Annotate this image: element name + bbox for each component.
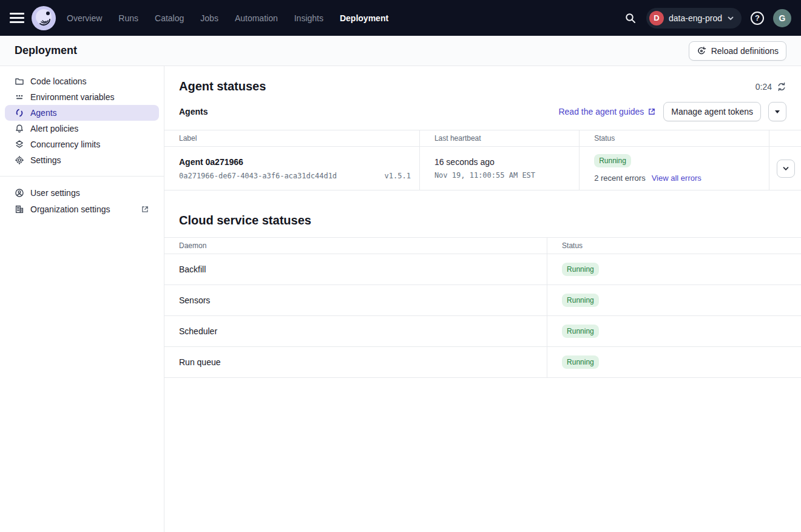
status-badge: Running (562, 355, 599, 369)
sidebar-item-organization-settings[interactable]: Organization settings (0, 201, 164, 217)
sidebar-item-alert-policies[interactable]: Alert policies (0, 121, 164, 136)
nav-insights[interactable]: Insights (294, 13, 323, 23)
status-badge: Running (562, 325, 599, 338)
folder-icon (15, 76, 24, 86)
heartbeat-relative: 16 seconds ago (434, 157, 579, 167)
agent-guides-link[interactable]: Read the agent guides (558, 107, 656, 116)
external-link-icon (647, 107, 656, 116)
manage-agent-tokens-button[interactable]: Manage agent tokens (663, 102, 761, 121)
workspace-switcher[interactable]: D data-eng-prod (646, 8, 742, 29)
sidebar-item-agents[interactable]: Agents (5, 105, 159, 121)
menu-icon[interactable] (10, 10, 27, 27)
agent-row: Agent 0a271966 0a271966-de67-4043-a3f6-a… (164, 147, 801, 190)
workspace-name: data-eng-prod (669, 13, 722, 23)
nav-catalog[interactable]: Catalog (155, 13, 184, 23)
top-navbar: Overview Runs Catalog Jobs Automation In… (0, 0, 801, 36)
cloud-service-table: Daemon Status Backfill Running Sensors R… (164, 237, 801, 378)
reload-icon (697, 46, 706, 56)
caret-down-icon (775, 110, 780, 113)
reload-definitions-button[interactable]: Reload definitions (689, 41, 786, 61)
layers-icon (15, 140, 24, 149)
nav-deployment[interactable]: Deployment (340, 13, 388, 23)
heartbeat-timestamp: Nov 19, 11:00:55 AM EST (434, 171, 579, 180)
agents-more-actions-button[interactable] (768, 102, 786, 121)
daemon-name: Backfill (164, 254, 547, 285)
chevron-down-icon (782, 164, 790, 173)
errors-summary: 2 recent errors (594, 173, 646, 183)
variables-icon (15, 92, 24, 102)
sidebar-item-concurrency-limits[interactable]: Concurrency limits (0, 136, 164, 152)
daemon-name: Sensors (164, 285, 547, 316)
nav-automation[interactable]: Automation (235, 13, 278, 23)
agents-table: Label Last heartbeat Status Agent 0a2719… (164, 130, 801, 190)
bell-icon (15, 124, 24, 133)
status-badge: Running (562, 263, 599, 276)
sidebar-divider (0, 176, 164, 177)
table-row: Scheduler Running (164, 316, 801, 347)
table-row: Sensors Running (164, 285, 801, 316)
col-header-status: Status (547, 238, 801, 254)
agent-version: v1.5.1 (385, 172, 411, 180)
deployment-sidebar: Code locations Environment variables Age… (0, 66, 164, 532)
sidebar-item-environment-variables[interactable]: Environment variables (0, 89, 164, 105)
chevron-down-icon (727, 15, 734, 22)
view-all-errors-link[interactable]: View all errors (652, 173, 701, 183)
status-badge: Running (562, 294, 599, 307)
col-header-daemon: Daemon (164, 238, 547, 254)
user-icon (15, 188, 24, 198)
status-badge: Running (594, 154, 631, 167)
nav-overview[interactable]: Overview (67, 13, 102, 23)
agent-id: 0a271966-de67-4043-a3f6-aca31dc44d1d (179, 172, 337, 180)
agent-label: Agent 0a271966 (179, 157, 419, 167)
refresh-countdown: 0:24 (755, 82, 786, 92)
daemon-name: Run queue (164, 347, 547, 378)
primary-nav: Overview Runs Catalog Jobs Automation In… (67, 13, 388, 23)
workspace-badge: D (649, 11, 664, 25)
refresh-icon[interactable] (777, 82, 786, 92)
building-icon (15, 204, 24, 214)
table-row: Run queue Running (164, 347, 801, 378)
help-icon[interactable]: ? (748, 8, 767, 28)
external-link-icon (141, 205, 149, 214)
agent-icon (15, 108, 24, 118)
page-title: Deployment (15, 44, 77, 57)
col-header-last-heartbeat: Last heartbeat (419, 130, 579, 147)
nav-jobs[interactable]: Jobs (200, 13, 218, 23)
expand-agent-row-button[interactable] (777, 160, 795, 178)
page-header: Deployment Reload definitions (0, 36, 801, 66)
sidebar-item-settings[interactable]: Settings (0, 152, 164, 168)
search-icon[interactable] (621, 8, 640, 28)
agents-section-label: Agents (179, 107, 208, 116)
table-row: Backfill Running (164, 254, 801, 285)
agent-statuses-title: Agent statuses (179, 79, 266, 93)
col-header-label: Label (164, 130, 419, 147)
sidebar-item-user-settings[interactable]: User settings (0, 184, 164, 201)
col-header-status: Status (580, 130, 769, 147)
avatar[interactable]: G (773, 9, 791, 27)
main-content: Agent statuses 0:24 Agents Read the agen… (164, 66, 801, 532)
daemon-name: Scheduler (164, 316, 547, 347)
cloud-service-statuses-title: Cloud service statuses (179, 214, 786, 227)
nav-runs[interactable]: Runs (118, 13, 138, 23)
dagster-logo-icon[interactable] (32, 6, 56, 30)
sidebar-item-code-locations[interactable]: Code locations (0, 73, 164, 89)
gear-icon (15, 155, 24, 165)
